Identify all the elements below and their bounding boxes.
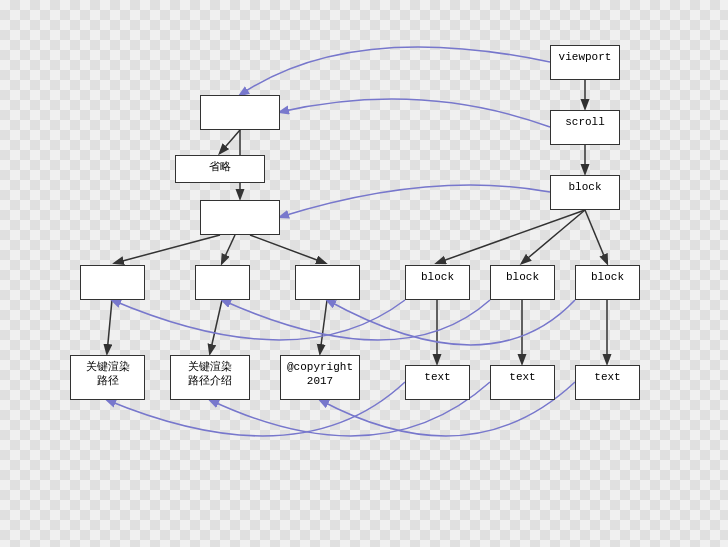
node-body: [200, 200, 280, 235]
node-footer: [295, 265, 360, 300]
node-text3: text: [575, 365, 640, 400]
svg-line-8: [210, 300, 222, 353]
node-text2: text: [490, 365, 555, 400]
node-viewport: viewport: [550, 45, 620, 80]
node-copy: @copyright2017: [280, 355, 360, 400]
svg-line-9: [320, 300, 327, 353]
svg-line-15: [585, 210, 607, 263]
node-block2: block: [405, 265, 470, 300]
node-scroll: scroll: [550, 110, 620, 145]
svg-line-2: [220, 130, 240, 153]
svg-line-5: [222, 235, 235, 263]
node-kw2: 关键渲染路径介绍: [170, 355, 250, 400]
node-html: [200, 95, 280, 130]
node-h1: [80, 265, 145, 300]
node-p: [195, 265, 250, 300]
svg-line-6: [250, 235, 325, 263]
svg-line-7: [107, 300, 112, 353]
node-block1: block: [550, 175, 620, 210]
diagram-container: viewportscrollblock省略blockblockblock关键渲染…: [0, 0, 728, 547]
node-block3: block: [490, 265, 555, 300]
node-block4: block: [575, 265, 640, 300]
node-kw1: 关键渲染路径: [70, 355, 145, 400]
svg-line-13: [437, 210, 585, 263]
node-text1: text: [405, 365, 470, 400]
node-head: 省略: [175, 155, 265, 183]
svg-line-4: [115, 235, 220, 263]
svg-line-14: [522, 210, 585, 263]
